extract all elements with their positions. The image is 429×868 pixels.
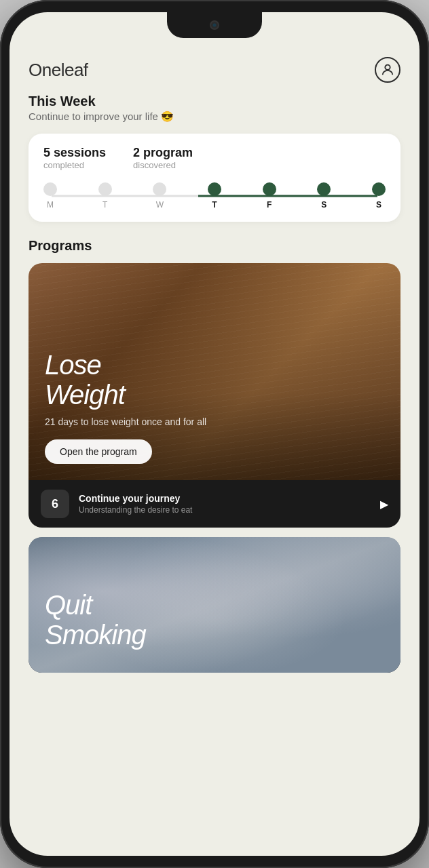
stats-row: 5 sessions completed 2 program discovere… xyxy=(43,146,386,170)
sessions-stat: 5 sessions completed xyxy=(43,146,106,170)
programs-value: 2 program xyxy=(133,146,193,160)
day-sunday: S xyxy=(372,182,386,210)
programs-title: Programs xyxy=(29,238,400,254)
day-wednesday: W xyxy=(153,182,166,210)
week-section: This Week Continue to improve your life … xyxy=(10,88,419,233)
day-dot-friday xyxy=(263,182,276,196)
day-dot-saturday xyxy=(317,182,331,196)
week-title: This Week xyxy=(29,94,400,109)
day-label-sunday: S xyxy=(376,200,381,210)
phone-frame: Oneleaf This Week Continue to improve yo… xyxy=(0,0,429,868)
quit-smoking-content: QuitSmoking xyxy=(45,590,384,656)
camera xyxy=(210,20,219,30)
logo-text: Oneleaf xyxy=(29,60,88,80)
quit-smoking-title: QuitSmoking xyxy=(45,590,384,650)
play-icon[interactable]: ▶ xyxy=(380,498,388,511)
session-title: Continue your journey xyxy=(79,493,371,504)
day-dot-thursday xyxy=(208,182,221,196)
sessions-value: 5 sessions xyxy=(43,146,106,160)
quit-smoking-card[interactable]: QuitSmoking xyxy=(29,537,400,673)
track-line-filled xyxy=(198,195,377,197)
week-subtitle: Continue to improve your life 😎 xyxy=(29,111,400,123)
profile-button[interactable] xyxy=(375,57,400,83)
day-tuesday1: T xyxy=(98,182,112,210)
day-monday: M xyxy=(43,182,57,210)
day-dot-wednesday xyxy=(153,182,166,196)
day-dot-tuesday1 xyxy=(98,182,112,196)
session-info: Continue your journey Understanding the … xyxy=(79,493,371,515)
day-label-monday: M xyxy=(47,200,54,210)
app-logo: Oneleaf xyxy=(29,60,88,81)
screen-content: Oneleaf This Week Continue to improve yo… xyxy=(10,12,419,856)
day-label-saturday: S xyxy=(321,200,327,210)
programs-section: Programs LoseWeight 21 days to lose weig… xyxy=(10,233,419,693)
lose-weight-image: LoseWeight 21 days to lose weight once a… xyxy=(29,263,400,480)
week-track: M T W T xyxy=(43,182,386,210)
lose-weight-title: LoseWeight xyxy=(45,350,384,410)
program-continue-bar[interactable]: 6 Continue your journey Understanding th… xyxy=(29,480,400,528)
day-dot-sunday xyxy=(372,182,386,196)
session-number: 6 xyxy=(41,490,69,518)
lose-weight-desc: 21 days to lose weight once and for all xyxy=(45,416,384,427)
session-subtitle: Understanding the desire to eat xyxy=(79,505,371,515)
programs-label: discovered xyxy=(133,160,193,170)
day-label-wednesday: W xyxy=(156,200,164,210)
day-label-tuesday1: T xyxy=(102,200,107,210)
svg-point-0 xyxy=(385,65,390,70)
lose-weight-content: LoseWeight 21 days to lose weight once a… xyxy=(45,350,384,464)
quit-smoking-image: QuitSmoking xyxy=(29,537,400,673)
header: Oneleaf xyxy=(10,46,419,88)
phone-screen: Oneleaf This Week Continue to improve yo… xyxy=(10,12,419,856)
sessions-label: completed xyxy=(43,160,106,170)
day-label-thursday: T xyxy=(212,200,217,210)
notch xyxy=(167,12,262,38)
stats-card: 5 sessions completed 2 program discovere… xyxy=(29,134,400,222)
lose-weight-card[interactable]: LoseWeight 21 days to lose weight once a… xyxy=(29,263,400,528)
day-dot-monday xyxy=(43,182,57,196)
day-label-friday: F xyxy=(267,200,272,210)
programs-stat: 2 program discovered xyxy=(133,146,193,170)
open-lose-weight-button[interactable]: Open the program xyxy=(45,439,152,464)
day-saturday: S xyxy=(317,182,331,210)
day-thursday: T xyxy=(208,182,221,210)
day-friday: F xyxy=(263,182,276,210)
